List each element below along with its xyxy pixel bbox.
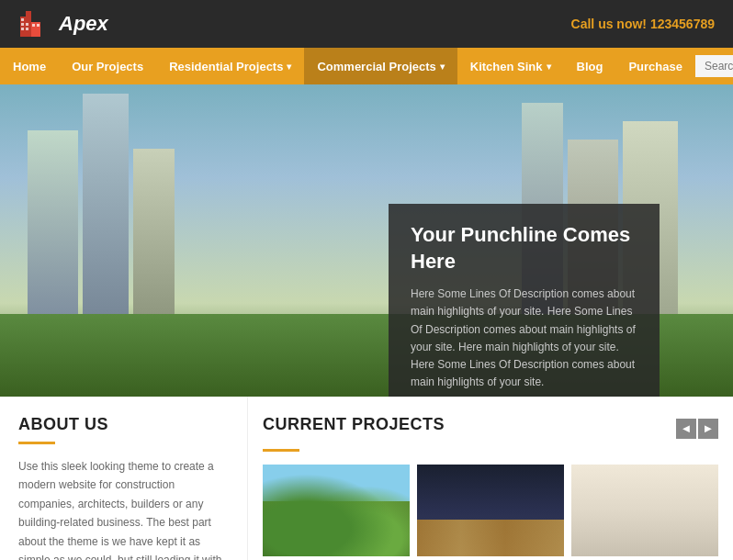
projects-underline [263, 449, 299, 452]
nav-link-blog[interactable]: Blog [564, 48, 616, 84]
bottom-section: ABOUT US Use this sleek looking theme to… [0, 397, 733, 560]
current-projects-title: CURRENT PROJECTS [263, 415, 445, 434]
nav-link-residential[interactable]: Residential Projects ▾ [156, 48, 304, 84]
projects-navigation: ◄ ► [676, 419, 718, 439]
svg-rect-6 [26, 23, 28, 26]
current-projects-section: CURRENT PROJECTS ◄ ► [248, 397, 733, 560]
nav-item-blog: Blog [564, 48, 616, 84]
search-input[interactable] [695, 55, 733, 77]
nav-link-commercial[interactable]: Commercial Projects ▾ [304, 48, 457, 84]
about-us-section: ABOUT US Use this sleek looking theme to… [0, 397, 248, 560]
nav-item-home: Home [0, 48, 59, 84]
search-area: 🔍 [695, 55, 733, 78]
chevron-down-icon: ▾ [440, 62, 445, 72]
projects-prev-button[interactable]: ◄ [676, 419, 696, 439]
chevron-down-icon: ▾ [547, 62, 551, 72]
nav-link-kitchen-sink[interactable]: Kitchen Sink ▾ [457, 48, 564, 84]
nav-link-home[interactable]: Home [0, 48, 59, 84]
logo-icon [18, 7, 51, 40]
projects-next-button[interactable]: ► [698, 419, 718, 439]
about-us-title: ABOUT US [18, 415, 229, 434]
svg-rect-7 [26, 28, 28, 30]
project-card-2-image [417, 465, 564, 556]
project-card-3-image [571, 465, 718, 556]
nav-link-purchase[interactable]: Purchase [615, 48, 695, 84]
nav-item-purchase: Purchase [615, 48, 695, 84]
hero-description: Here Some Lines Of Description comes abo… [411, 286, 637, 391]
nav-link-our-projects[interactable]: Our Projects [59, 48, 156, 84]
svg-rect-8 [32, 24, 35, 27]
chevron-down-icon: ▾ [287, 62, 291, 72]
projects-header: CURRENT PROJECTS ◄ ► [263, 415, 718, 442]
call-info: Call us now! 123456789 [571, 17, 715, 31]
svg-rect-4 [21, 23, 24, 26]
building-2 [83, 94, 129, 314]
building-1 [28, 130, 78, 314]
about-us-text: Use this sleek looking theme to create a… [18, 457, 229, 560]
svg-rect-5 [21, 28, 24, 30]
call-label: Call us now! [571, 17, 647, 31]
svg-rect-9 [37, 24, 39, 27]
nav-item-kitchen-sink: Kitchen Sink ▾ [457, 48, 564, 84]
project-card-3[interactable] [571, 465, 718, 556]
phone-number[interactable]: 123456789 [650, 17, 715, 31]
nav-item-our-projects: Our Projects [59, 48, 156, 84]
hero-content-box: Your Punchline Comes Here Here Some Line… [389, 204, 660, 397]
project-card-1[interactable] [263, 465, 410, 556]
svg-rect-1 [26, 11, 31, 17]
hero-title: Your Punchline Comes Here [411, 222, 637, 274]
hero-section: Your Punchline Comes Here Here Some Line… [0, 84, 733, 397]
project-card-2[interactable] [417, 465, 564, 556]
project-card-1-image [263, 465, 410, 556]
main-nav: Home Our Projects Residential Projects ▾… [0, 48, 733, 84]
about-us-underline [18, 442, 55, 444]
nav-item-residential: Residential Projects ▾ [156, 48, 304, 84]
logo-text: Apex [59, 12, 108, 36]
svg-rect-3 [21, 18, 24, 21]
projects-grid [263, 465, 718, 556]
building-3 [133, 149, 175, 314]
logo-area[interactable]: Apex [18, 7, 108, 40]
nav-items: Home Our Projects Residential Projects ▾… [0, 48, 695, 84]
nav-item-commercial: Commercial Projects ▾ [304, 48, 457, 84]
site-header: Apex Call us now! 123456789 [0, 0, 733, 48]
